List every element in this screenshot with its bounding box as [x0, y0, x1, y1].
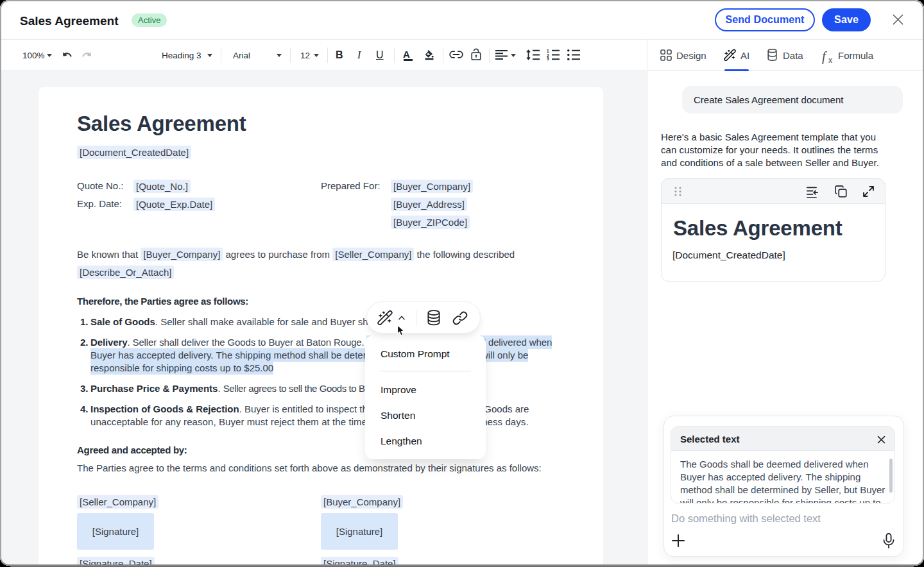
svg-text:3: 3 — [547, 56, 549, 60]
